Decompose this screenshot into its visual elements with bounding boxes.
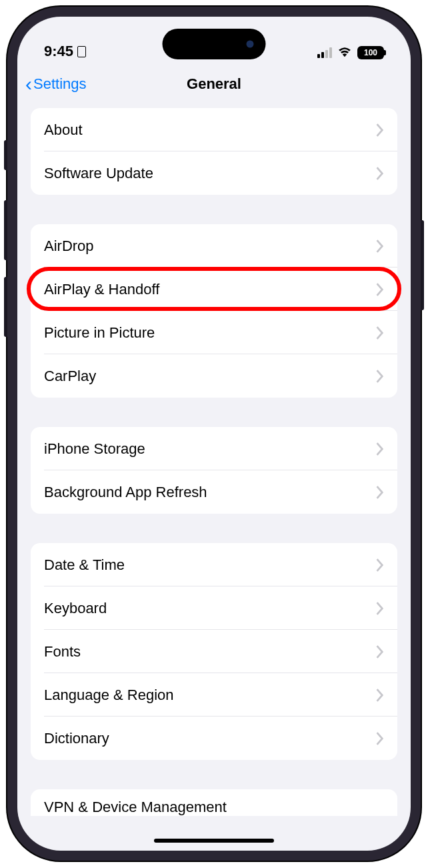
row-label: Keyboard	[44, 600, 376, 617]
row-airplay-handoff[interactable]: AirPlay & Handoff	[31, 268, 397, 311]
volume-down-button	[4, 277, 7, 337]
row-label: Fonts	[44, 643, 376, 661]
row-background-app-refresh[interactable]: Background App Refresh	[31, 470, 397, 514]
nav-bar: ‹ Settings General	[17, 67, 411, 101]
chevron-right-icon	[376, 326, 384, 340]
dynamic-island	[163, 29, 266, 59]
row-vpn-device-management[interactable]: VPN & Device Management	[31, 789, 397, 816]
chevron-right-icon	[376, 167, 384, 180]
row-carplay[interactable]: CarPlay	[31, 354, 397, 398]
chevron-right-icon	[376, 442, 384, 456]
row-label: Date & Time	[44, 556, 376, 574]
row-fonts[interactable]: Fonts	[31, 630, 397, 673]
row-picture-in-picture[interactable]: Picture in Picture	[31, 311, 397, 354]
list-group-partial: VPN & Device Management	[31, 789, 397, 816]
row-label: iPhone Storage	[44, 440, 376, 458]
row-airdrop[interactable]: AirDrop	[31, 224, 397, 268]
battery-icon: 100	[357, 46, 384, 59]
battery-level: 100	[364, 48, 377, 57]
row-date-time[interactable]: Date & Time	[31, 543, 397, 586]
chevron-right-icon	[376, 486, 384, 499]
cellular-signal-icon	[317, 47, 332, 58]
phone-frame: 9:45 100 ‹ Settings General	[7, 7, 421, 861]
list-group-storage: iPhone Storage Background App Refresh	[31, 427, 397, 514]
row-label: VPN & Device Management	[44, 799, 384, 816]
row-label: Background App Refresh	[44, 484, 376, 501]
phone-screen: 9:45 100 ‹ Settings General	[17, 17, 411, 851]
list-group-system: Date & Time Keyboard Fonts Language & Re…	[31, 543, 397, 760]
content-area[interactable]: About Software Update AirDrop AirPlay & …	[17, 101, 411, 851]
chevron-right-icon	[376, 240, 384, 253]
row-label: Dictionary	[44, 730, 376, 747]
row-label: Picture in Picture	[44, 324, 376, 342]
row-software-update[interactable]: Software Update	[31, 151, 397, 195]
row-label: AirDrop	[44, 238, 376, 255]
chevron-right-icon	[376, 123, 384, 137]
row-dictionary[interactable]: Dictionary	[31, 717, 397, 760]
chevron-right-icon	[376, 602, 384, 615]
chevron-right-icon	[376, 645, 384, 659]
row-keyboard[interactable]: Keyboard	[31, 586, 397, 630]
home-indicator[interactable]	[154, 839, 274, 843]
status-left: 9:45	[44, 43, 86, 60]
list-group-info: About Software Update	[31, 108, 397, 195]
sim-icon	[77, 46, 86, 57]
status-right: 100	[317, 45, 384, 60]
row-label: About	[44, 121, 376, 139]
row-iphone-storage[interactable]: iPhone Storage	[31, 427, 397, 470]
chevron-left-icon: ‹	[25, 74, 32, 94]
back-label: Settings	[33, 75, 87, 93]
row-label: Software Update	[44, 165, 376, 182]
chevron-right-icon	[376, 558, 384, 572]
wifi-icon	[337, 45, 352, 60]
chevron-right-icon	[376, 732, 384, 745]
row-about[interactable]: About	[31, 108, 397, 151]
volume-up-button	[4, 200, 7, 260]
power-button	[421, 220, 424, 310]
row-label: AirPlay & Handoff	[44, 281, 376, 298]
status-time: 9:45	[44, 43, 73, 60]
row-label: Language & Region	[44, 687, 376, 704]
chevron-right-icon	[376, 689, 384, 702]
chevron-right-icon	[376, 370, 384, 383]
mute-switch	[4, 140, 7, 170]
row-language-region[interactable]: Language & Region	[31, 673, 397, 717]
chevron-right-icon	[376, 283, 384, 296]
back-button[interactable]: ‹ Settings	[25, 74, 87, 94]
list-group-connectivity: AirDrop AirPlay & Handoff Picture in Pic…	[31, 224, 397, 398]
page-title: General	[187, 75, 241, 93]
row-label: CarPlay	[44, 368, 376, 385]
